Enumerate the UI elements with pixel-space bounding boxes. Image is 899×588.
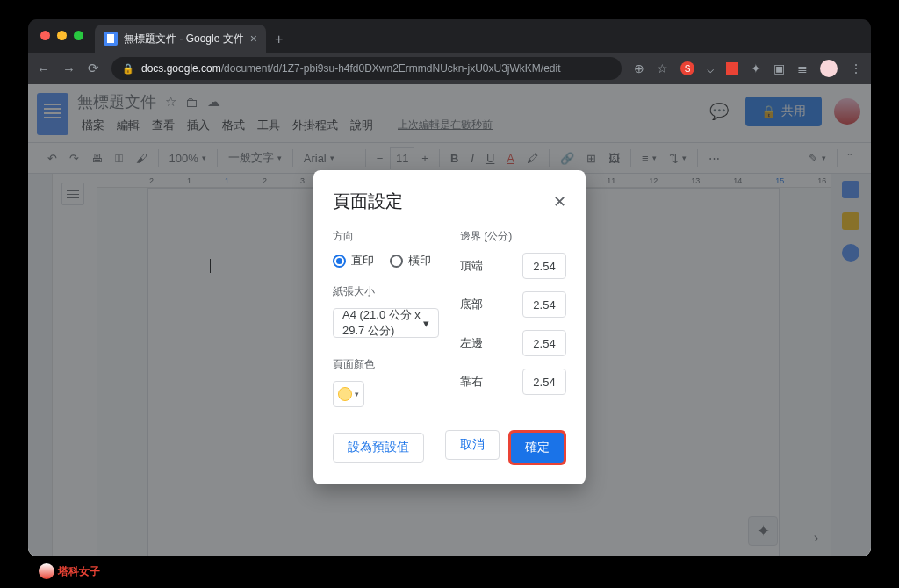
docs-favicon [104, 32, 118, 46]
paper-label: 紙張大小 [333, 284, 439, 299]
set-default-button[interactable]: 設為預設值 [333, 433, 424, 463]
browser-window: 無標題文件 - Google 文件 × + ← → ⟳ 🔒 docs.googl… [28, 19, 871, 556]
pocket-icon[interactable]: ⌵ [707, 61, 714, 75]
margin-right-input[interactable] [522, 369, 566, 395]
url-field[interactable]: 🔒 docs.google.com/document/d/1Z7-pbi9su-… [111, 57, 622, 80]
watermark: 塔科女子 [39, 563, 100, 579]
modal-overlay: 頁面設定 ✕ 方向 直印 橫印 紙張大小 A4 (21.0 公分 x 29.7 … [28, 84, 871, 556]
page-color-button[interactable]: ▾ [333, 381, 364, 407]
forward-icon[interactable]: → [62, 61, 76, 76]
dialog-title: 頁面設定 [333, 190, 403, 213]
extension-icons: ⊕ ☆ S ⌵ ✦ ▣ ≣ ⋮ [634, 60, 862, 77]
profile-avatar[interactable] [820, 60, 838, 77]
color-label: 頁面顏色 [333, 357, 439, 372]
window-controls [40, 31, 83, 40]
page-setup-dialog: 頁面設定 ✕ 方向 直印 橫印 紙張大小 A4 (21.0 公分 x 29.7 … [313, 170, 586, 484]
margin-right-label: 靠右 [460, 374, 483, 390]
close-window[interactable] [40, 31, 50, 40]
new-tab-button[interactable]: + [275, 32, 283, 53]
portrait-radio[interactable]: 直印 [333, 253, 374, 269]
watermark-avatar [39, 563, 54, 579]
close-tab-icon[interactable]: × [250, 32, 257, 46]
docs-app: 無標題文件 ☆ 🗀 ☁ 檔案 編輯 查看 插入 格式 工具 外掛程式 說明 上次… [28, 84, 871, 556]
orientation-label: 方向 [333, 229, 439, 244]
ok-highlight: 確定 [508, 430, 566, 465]
address-bar: ← → ⟳ 🔒 docs.google.com/document/d/1Z7-p… [28, 53, 871, 84]
search-in-page-icon[interactable]: ⊕ [634, 61, 644, 75]
margin-left-label: 左邊 [460, 335, 483, 351]
margin-top-input[interactable] [522, 253, 566, 279]
browser-tab[interactable]: 無標題文件 - Google 文件 × [95, 25, 266, 53]
margin-bottom-label: 底部 [460, 297, 483, 312]
margin-bottom-input[interactable] [522, 291, 566, 318]
margin-label: 邊界 (公分) [460, 229, 566, 244]
ext-s-icon[interactable]: S [680, 61, 694, 75]
minimize-window[interactable] [57, 31, 67, 40]
close-icon[interactable]: ✕ [553, 192, 566, 212]
chevron-down-icon: ▾ [423, 317, 429, 330]
url-text: docs.google.com/document/d/1Z7-pbi9su-h4… [141, 62, 561, 75]
ok-button[interactable]: 確定 [511, 433, 564, 463]
extensions-icon[interactable]: ✦ [751, 61, 761, 75]
ext-square-icon[interactable] [726, 62, 738, 75]
tab-title: 無標題文件 - Google 文件 [124, 32, 244, 47]
margin-top-label: 頂端 [460, 258, 483, 274]
star-icon[interactable]: ☆ [657, 61, 668, 75]
cancel-button[interactable]: 取消 [445, 430, 500, 460]
maximize-window[interactable] [74, 31, 83, 40]
cast-icon[interactable]: ▣ [773, 61, 785, 75]
color-swatch [338, 387, 352, 401]
reading-list-icon[interactable]: ≣ [797, 61, 808, 75]
reload-icon[interactable]: ⟳ [88, 61, 99, 76]
back-icon[interactable]: ← [37, 61, 50, 76]
landscape-radio[interactable]: 橫印 [390, 253, 431, 269]
tab-bar: 無標題文件 - Google 文件 × + [28, 19, 871, 53]
chevron-down-icon: ▾ [355, 390, 359, 398]
lock-icon: 🔒 [122, 63, 134, 75]
paper-size-select[interactable]: A4 (21.0 公分 x 29.7 公分)▾ [333, 308, 439, 338]
menu-dots-icon[interactable]: ⋮ [850, 61, 862, 75]
margin-left-input[interactable] [522, 330, 566, 356]
